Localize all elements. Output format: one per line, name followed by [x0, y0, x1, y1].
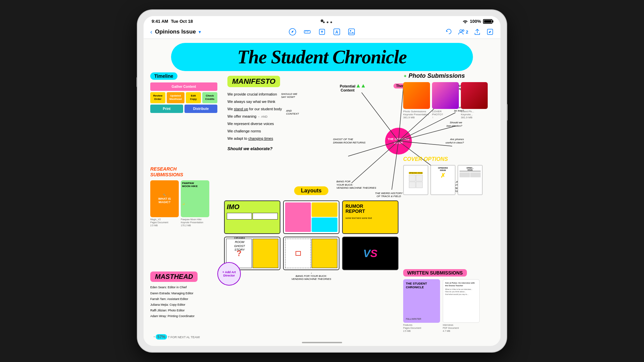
drama-room-label: DRAMAROOMGHOSTSTORY: [234, 236, 245, 252]
ghost-drama-node: GHOST OF THEDRAMA ROOM RETURNS: [333, 138, 366, 144]
rumor-report-layout: RUMORREPORT some text here some text: [342, 200, 398, 234]
photo-thumb-3: Event Ph...Keynote...381.9 MB: [461, 82, 488, 119]
photo-2-image: [432, 82, 459, 109]
layout-grid: IMO: [224, 200, 398, 270]
written-submissions-section: WRITTEN SUBMISSIONS THE STUDENT CHRONICL…: [403, 269, 497, 333]
magic-doc: 🔧 WHAT IS MAGIC? Magic_V2Pages Document2…: [150, 180, 179, 227]
insert-icon[interactable]: [318, 28, 326, 36]
header-banner: The Student Chronicle: [171, 43, 473, 71]
manifesto-item-7: We adapt to changing times: [227, 135, 321, 142]
photo-thumb-2: COVERPHOTO?↑: [432, 82, 459, 119]
manifesto-question: Should we elaborate?: [227, 146, 321, 151]
text-tool-icon[interactable]: A: [333, 28, 341, 36]
photo-submissions-title: Photo Submissions: [409, 72, 465, 79]
photo-submissions-header: ✦ Photo Submissions: [403, 72, 497, 79]
toolbar-left: ‹ Opinions Issue ▾: [150, 28, 284, 36]
potential-content-node: PotentialContent: [340, 84, 355, 92]
photo-3-label: Event Ph...Keynote...381.9 MB: [461, 110, 488, 119]
check-credits-cell: Check Credits: [202, 92, 217, 103]
collaborators-button[interactable]: 2: [458, 28, 468, 36]
print-cell: Print: [150, 105, 183, 113]
wifi-icon: [463, 19, 468, 23]
phones-node: Are phonesuseful in class?: [445, 138, 464, 144]
svg-rect-2: [304, 31, 310, 33]
imo-layout: IMO: [224, 200, 280, 234]
boxes-layout: [283, 237, 339, 270]
research-docs: 🔧 WHAT IS MAGIC? Magic_V2Pages Document2…: [150, 180, 217, 227]
photo-3-image: [461, 82, 488, 109]
ipad-frame: 9:41 AM Tue Oct 18 100%: [138, 10, 506, 352]
svg-point-12: [460, 30, 462, 32]
research-section: RESEARCHSUBMISSIONS 🔧 WHAT IS MAGIC? Mag…: [150, 166, 217, 227]
photo-grid: Photo SubmissionsKeynote Presentation381…: [403, 82, 497, 119]
timeline-top-row: Gather Content: [150, 82, 217, 91]
editor-1: Eden Sears: Editor in Chief: [150, 285, 217, 290]
editor-4: Juliana Mejia: Copy Editor: [150, 302, 217, 308]
editor-5: Raffi Jilizian: Photo Editor: [150, 308, 217, 313]
photo-1-label: Photo SubmissionsKeynote Presentation381…: [403, 110, 430, 119]
research-label: RESEARCHSUBMISSIONS: [150, 166, 217, 178]
cover-option-1: OPINIONS ISSUE: [403, 165, 428, 195]
newspaper-title: The Student Chronicle: [188, 46, 456, 68]
share-icon[interactable]: [474, 28, 481, 36]
canvas-area[interactable]: The Student Chronicle Timeline Gather Co…: [144, 39, 500, 346]
title-chevron-icon[interactable]: ▾: [199, 29, 201, 35]
layouts-label-wrapper: Layouts: [224, 186, 398, 198]
mindmap-center-node: THE OPINIONS ISSUE: [385, 128, 412, 155]
manifesto-item-3: We stand up for our student body: [227, 105, 321, 113]
home-indicator: [302, 342, 342, 343]
undo-icon[interactable]: [445, 28, 452, 36]
gather-content-cell: Gather Content: [150, 82, 217, 91]
magic-doc-thumb: 🔧 WHAT IS MAGIC?: [150, 180, 179, 217]
magic-doc-label: Magic_V2Pages Document2.5 MB: [150, 218, 179, 227]
cover-option-3: OPINIO...ISSUE: [458, 165, 483, 195]
ruler-icon[interactable]: [303, 28, 311, 36]
manifesto-item-4: We offer meaning ← AND: [227, 113, 321, 120]
written-docs: THE STUDENT CHRONICLE FALL/WINTER Featur…: [403, 279, 497, 333]
whiteboard: The Student Chronicle Timeline Gather Co…: [144, 39, 500, 346]
pencil-tool-icon[interactable]: [288, 28, 297, 36]
layouts-section: Layouts IMO: [224, 186, 398, 281]
pawpaw-doc: PAWPAWMOON HIKE 🌙 Pawpaw Moon HikeKeynot…: [181, 180, 209, 227]
features-doc: THE STUDENT CHRONICLE FALL/WINTER Featur…: [403, 279, 440, 333]
back-button[interactable]: ‹: [150, 28, 152, 36]
written-submissions-label: WRITTEN SUBMISSIONS: [403, 269, 467, 277]
time-display: 9:41 AM: [152, 19, 168, 24]
ban-plastics-node: Should weban plastics?: [446, 121, 462, 127]
interviews-doc: Ask at Pulse: An interview with the Dram…: [443, 279, 480, 333]
timeline-grid: Review Order Updated Masthead Edit Copy …: [150, 92, 217, 103]
manifesto-item-6: We challenge norms: [227, 127, 321, 135]
timeline-label: Timeline: [150, 72, 177, 80]
masthead-label: MASTHEAD: [150, 272, 198, 282]
timeline-bottom-row: Print Distribute: [150, 105, 217, 113]
cover-thumbnails: OPINIONS ISSUE OPI: [403, 165, 497, 195]
manifesto-section: MANIFESTO We provide crucial information…: [227, 76, 321, 151]
vs-layout: V S: [342, 237, 398, 270]
document-title[interactable]: Opinions Issue: [155, 28, 196, 35]
updated-masthead-cell: Updated Masthead: [167, 92, 184, 103]
status-left: 9:41 AM Tue Oct 18: [152, 19, 193, 24]
status-right: 100%: [463, 19, 492, 24]
next-team-note: * 57% T FOR NEXT AL TEAM!: [154, 335, 200, 339]
features-doc-label: FeaturesPages Document2.5 MB: [403, 323, 440, 333]
layouts-label: Layouts: [294, 186, 328, 195]
timeline-section: Timeline Gather Content Review Order Upd…: [150, 72, 217, 113]
star-icon: ✦: [403, 73, 407, 79]
collaborator-count: 2: [466, 29, 468, 35]
editor-6: Adam Wray: Printing Coordinator: [150, 313, 217, 319]
side-button-left[interactable]: [137, 77, 138, 87]
side-button-right[interactable]: [506, 104, 507, 121]
collaborators-icon: [458, 28, 465, 36]
pawpaw-doc-label: Pawpaw Moon HikeKeynote Presentation170.…: [181, 218, 209, 227]
edit-copy-cell: Edit Copy: [186, 92, 201, 103]
image-tool-icon[interactable]: [347, 28, 356, 36]
edit-icon[interactable]: [486, 28, 494, 36]
interviews-doc-label: InterviewsPDF Document4.7 MB: [443, 323, 480, 333]
features-doc-thumb: THE STUDENT CHRONICLE FALL/WINTER: [403, 279, 440, 323]
cover-options-section: COVER OPTIONS OPINIONS ISSUE: [403, 156, 497, 195]
layouts-bottom-label: ↓BANG FOR YOUR BUCK:VENDING MACHINE THEO…: [224, 272, 398, 281]
add-art-director-button[interactable]: + Add ArtDirector: [217, 262, 241, 286]
battery-icon: [483, 19, 492, 24]
camera: [321, 19, 323, 22]
battery-fill: [484, 20, 491, 23]
